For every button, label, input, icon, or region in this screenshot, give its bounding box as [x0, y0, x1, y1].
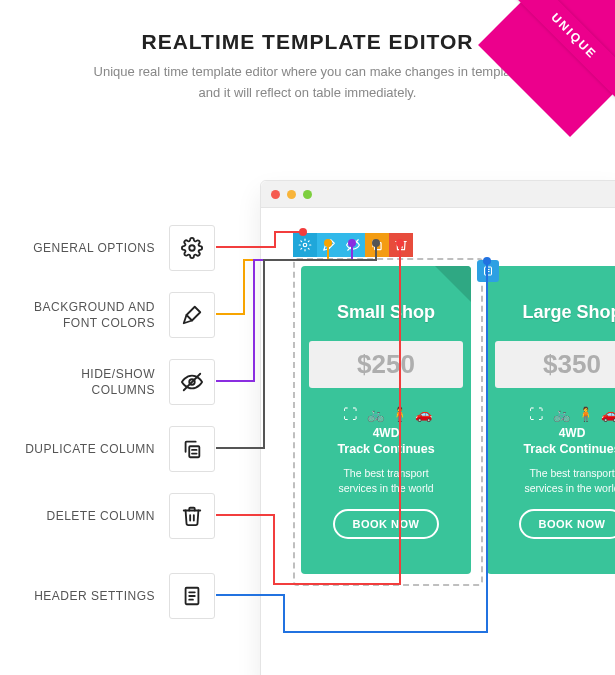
- toolbar-colors-button[interactable]: [317, 233, 341, 257]
- toolbar-general-button[interactable]: [293, 233, 317, 257]
- card-desc: The best transport services in the world: [301, 466, 471, 495]
- card-line2: Track Continues: [487, 442, 615, 456]
- card-fold: [435, 266, 471, 302]
- person-icon: 🧍: [577, 406, 591, 420]
- svg-rect-3: [189, 446, 199, 457]
- header-settings-button[interactable]: [477, 260, 499, 282]
- car-icon: 🚗: [601, 406, 615, 420]
- window-titlebar: [261, 181, 615, 208]
- max-dot[interactable]: [303, 190, 312, 199]
- column-toolbar: [293, 233, 413, 257]
- gear-icon: [169, 225, 215, 271]
- document-icon: [169, 573, 215, 619]
- expand-icon: ⛶: [529, 406, 543, 420]
- feature-general: GENERAL OPTIONS: [15, 225, 215, 271]
- card-desc: The best transport services in the world: [487, 466, 615, 495]
- feature-label: BACKGROUND AND FONT COLORS: [15, 299, 169, 331]
- browser-window: Small Shop $250 ⛶ 🚲 🧍 🚗 4WD Track Contin…: [260, 180, 615, 675]
- toolbar-delete-button[interactable]: [389, 233, 413, 257]
- feature-duplicate: DUPLICATE COLUMN: [15, 426, 215, 472]
- svg-point-10: [303, 243, 307, 247]
- bike-icon: 🚲: [553, 406, 567, 420]
- feature-delete: DELETE COLUMN: [15, 493, 215, 539]
- close-dot[interactable]: [271, 190, 280, 199]
- car-icon: 🚗: [415, 406, 429, 420]
- bike-icon: 🚲: [367, 406, 381, 420]
- card-price: $250: [309, 341, 463, 388]
- pricing-card-small[interactable]: Small Shop $250 ⛶ 🚲 🧍 🚗 4WD Track Contin…: [301, 266, 471, 574]
- editor-canvas: Small Shop $250 ⛶ 🚲 🧍 🚗 4WD Track Contin…: [261, 208, 615, 226]
- expand-icon: ⛶: [343, 406, 357, 420]
- min-dot[interactable]: [287, 190, 296, 199]
- toolbar-hideshow-button[interactable]: [341, 233, 365, 257]
- card-line2: Track Continues: [301, 442, 471, 456]
- toolbar-duplicate-button[interactable]: [365, 233, 389, 257]
- card-icons: ⛶ 🚲 🧍 🚗: [301, 406, 471, 420]
- svg-point-0: [189, 245, 195, 251]
- trash-icon: [169, 493, 215, 539]
- feature-colors: BACKGROUND AND FONT COLORS: [15, 292, 215, 338]
- card-line1: 4WD: [487, 426, 615, 440]
- svg-rect-12: [375, 243, 381, 250]
- card-icons: ⛶ 🚲 🧍 🚗: [487, 406, 615, 420]
- pricing-card-large[interactable]: Large Shop $350 ⛶ 🚲 🧍 🚗 4WD Track Contin…: [487, 266, 615, 574]
- feature-label: HEADER SETTINGS: [15, 588, 169, 604]
- eye-off-icon: [169, 359, 215, 405]
- card-line1: 4WD: [301, 426, 471, 440]
- feature-label: DUPLICATE COLUMN: [15, 441, 169, 457]
- feature-hideshow: HIDE/SHOW COLUMNS: [15, 359, 215, 405]
- book-now-button[interactable]: BOOK NOW: [333, 509, 440, 539]
- card-title: Large Shop: [487, 266, 615, 323]
- card-price: $350: [495, 341, 615, 388]
- book-now-button[interactable]: BOOK NOW: [519, 509, 615, 539]
- copy-icon: [169, 426, 215, 472]
- brush-icon: [169, 292, 215, 338]
- feature-label: HIDE/SHOW COLUMNS: [15, 366, 169, 398]
- feature-label: DELETE COLUMN: [15, 508, 169, 524]
- feature-label: GENERAL OPTIONS: [15, 240, 169, 256]
- person-icon: 🧍: [391, 406, 405, 420]
- feature-header: HEADER SETTINGS: [15, 573, 215, 619]
